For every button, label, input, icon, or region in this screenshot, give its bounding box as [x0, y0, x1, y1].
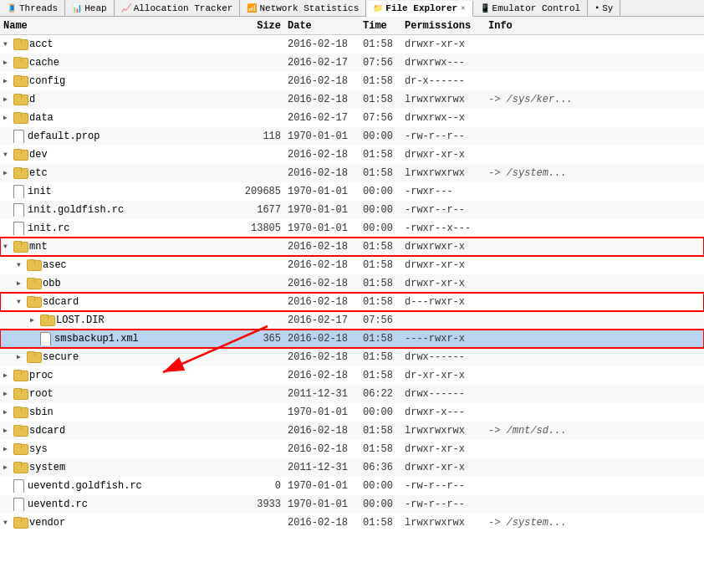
folder-expand-icon[interactable]: ▼ [17, 261, 25, 269]
file-name-cell: ▶sdcard [3, 425, 237, 437]
table-row[interactable]: ▶secure2016-02-1801:58drwx------ [0, 348, 704, 366]
file-perms-cell: drwxr-xr-x [405, 278, 488, 289]
file-perms-cell: -rw-r--r-- [405, 499, 488, 510]
table-row[interactable]: init.rc138051970-01-0100:00-rwxr--x--- [0, 219, 704, 238]
file-size-cell: 1677 [237, 204, 288, 216]
folder-expand-icon[interactable]: ▼ [3, 151, 12, 159]
file-perms-cell: drwx------ [405, 388, 488, 400]
file-info-cell: -> /mnt/sd... [488, 425, 589, 437]
file-date-cell: 2016-02-17 [288, 57, 363, 69]
file-time-cell: 00:00 [363, 204, 405, 216]
file-perms-cell: -rw-r--r-- [405, 480, 488, 492]
tab-heap[interactable]: 📊 Heap [65, 0, 114, 16]
table-row[interactable]: ▶LOST.DIR2016-02-1707:56 [0, 311, 704, 330]
table-row[interactable]: ▶root2011-12-3106:22drwx------ [0, 385, 704, 403]
folder-expand-icon[interactable]: ▶ [3, 371, 12, 380]
file-perms-cell: d---rwxr-x [405, 296, 488, 308]
file-name-text: asec [43, 259, 67, 271]
table-row[interactable]: ▶sbin1970-01-0100:00drwxr-x--- [0, 403, 704, 422]
file-name-cell: ▼acct [3, 38, 237, 50]
table-row[interactable]: ▶d2016-02-1801:58lrwxrwxrwx-> /sys/ker..… [0, 90, 704, 109]
folder-expand-icon[interactable]: ▶ [3, 408, 12, 417]
file-date-cell: 2016-02-18 [288, 517, 363, 529]
tab-file-explorer-label: File Explorer [385, 3, 457, 13]
heap-icon: 📊 [72, 3, 82, 13]
folder-expand-icon[interactable]: ▶ [3, 390, 12, 398]
file-perms-cell: drwxr-xr-x [405, 149, 488, 161]
file-list: ▼acct2016-02-1801:58drwxr-xr-x▶cache2016… [0, 35, 704, 588]
file-name-text: vendor [29, 517, 65, 529]
file-name-cell: ▼dev [3, 149, 237, 161]
folder-expand-icon[interactable]: ▶ [3, 59, 12, 67]
table-row[interactable]: default.prop1181970-01-0100:00-rw-r--r-- [0, 127, 704, 146]
folder-icon [13, 57, 27, 69]
tab-file-explorer[interactable]: 📁 File Explorer ✕ [366, 1, 472, 17]
table-row[interactable]: ueventd.rc39331970-01-0100:00-rw-r--r-- [0, 495, 704, 514]
table-row[interactable]: ▶proc2016-02-1801:58dr-xr-xr-x [0, 366, 704, 385]
file-name-cell: ▼asec [3, 259, 237, 271]
file-name-cell: ▼sdcard [3, 296, 237, 308]
folder-expand-icon[interactable]: ▶ [30, 316, 38, 325]
tab-network[interactable]: 📶 Network Statistics [240, 0, 366, 16]
file-name-cell: init [3, 185, 237, 198]
table-row[interactable]: init.goldfish.rc16771970-01-0100:00-rwxr… [0, 201, 704, 219]
file-date-cell: 1970-01-01 [288, 480, 363, 492]
table-row[interactable]: ▶sys2016-02-1801:58drwxr-xr-x [0, 440, 704, 458]
file-name-text: ueventd.rc [28, 499, 88, 510]
table-row[interactable]: ▼asec2016-02-1801:58drwxr-xr-x [0, 256, 704, 274]
table-row[interactable]: ▼dev2016-02-1801:58drwxr-xr-x [0, 146, 704, 164]
file-perms-cell: -rwxr--r-- [405, 204, 488, 216]
file-name-cell: ▶obb [3, 278, 237, 289]
file-size-cell: 209685 [237, 186, 288, 197]
folder-icon [13, 241, 27, 253]
folder-expand-icon[interactable]: ▶ [3, 114, 12, 122]
file-explorer-icon: 📁 [373, 3, 383, 13]
table-row[interactable]: ▶obb2016-02-1801:58drwxr-xr-x [0, 274, 704, 293]
file-perms-cell: lrwxrwxrwx [405, 425, 488, 437]
file-date-cell: 2016-02-18 [288, 75, 363, 87]
table-row[interactable]: ▶cache2016-02-1707:56drwxrwx--- [0, 54, 704, 72]
allocation-icon: 📈 [121, 3, 131, 13]
file-time-cell: 00:00 [363, 480, 405, 492]
folder-expand-icon[interactable]: ▶ [3, 427, 12, 435]
folder-expand-icon[interactable]: ▶ [17, 279, 25, 288]
table-row[interactable]: ▶sdcard2016-02-1801:58lrwxrwxrwx-> /mnt/… [0, 422, 704, 440]
tab-emulator[interactable]: 📱 Emulator Control [473, 0, 589, 16]
folder-expand-icon[interactable]: ▶ [3, 463, 12, 472]
folder-expand-icon[interactable]: ▶ [3, 169, 12, 177]
tab-threads[interactable]: 🧵 Threads [0, 0, 65, 16]
table-row[interactable]: ▶etc2016-02-1801:58lrwxrwxrwx-> /system.… [0, 164, 704, 182]
folder-expand-icon[interactable]: ▼ [3, 519, 12, 527]
file-date-cell: 2011-12-31 [288, 388, 363, 400]
tab-sy[interactable]: ▪ Sy [588, 0, 620, 16]
tab-allocation[interactable]: 📈 Allocation Tracker [115, 0, 241, 16]
table-row[interactable]: ▶data2016-02-1707:56drwxrwx--x [0, 109, 704, 127]
table-row[interactable]: smsbackup1.xml3652016-02-1801:58----rwxr… [0, 330, 704, 348]
table-row[interactable]: ▶system2011-12-3106:36drwxr-xr-x [0, 458, 704, 477]
table-row[interactable]: ▼vendor2016-02-1801:58lrwxrwxrwx-> /syst… [0, 514, 704, 532]
table-row[interactable]: ▼mnt2016-02-1801:58drwxrwxr-x [0, 238, 704, 256]
folder-icon [13, 443, 27, 455]
file-date-cell: 2016-02-18 [288, 149, 363, 161]
folder-icon [13, 149, 27, 161]
file-perms-cell: drwxr-xr-x [405, 259, 488, 271]
folder-expand-icon[interactable]: ▼ [3, 40, 12, 49]
folder-expand-icon[interactable]: ▶ [3, 77, 12, 85]
tab-close-button[interactable]: ✕ [461, 3, 465, 13]
file-time-cell: 01:58 [363, 278, 405, 289]
folder-expand-icon[interactable]: ▶ [3, 445, 12, 453]
table-row[interactable]: ▼acct2016-02-1801:58drwxr-xr-x [0, 35, 704, 54]
folder-icon [13, 406, 27, 418]
folder-icon [13, 38, 27, 50]
folder-expand-icon[interactable]: ▼ [3, 243, 12, 251]
folder-expand-icon[interactable]: ▼ [17, 298, 25, 306]
table-row[interactable]: ▼sdcard2016-02-1801:58d---rwxr-x [0, 293, 704, 311]
file-perms-cell: lrwxrwxrwx [405, 517, 488, 529]
folder-expand-icon[interactable]: ▶ [17, 353, 25, 361]
table-row[interactable]: init2096851970-01-0100:00-rwxr--- [0, 182, 704, 201]
file-date-cell: 2016-02-18 [288, 443, 363, 455]
table-row[interactable]: ▶config2016-02-1801:58dr-x------ [0, 72, 704, 90]
folder-expand-icon[interactable]: ▶ [3, 95, 12, 104]
file-name-cell: ▶proc [3, 370, 237, 381]
table-row[interactable]: ueventd.goldfish.rc01970-01-0100:00-rw-r… [0, 477, 704, 495]
